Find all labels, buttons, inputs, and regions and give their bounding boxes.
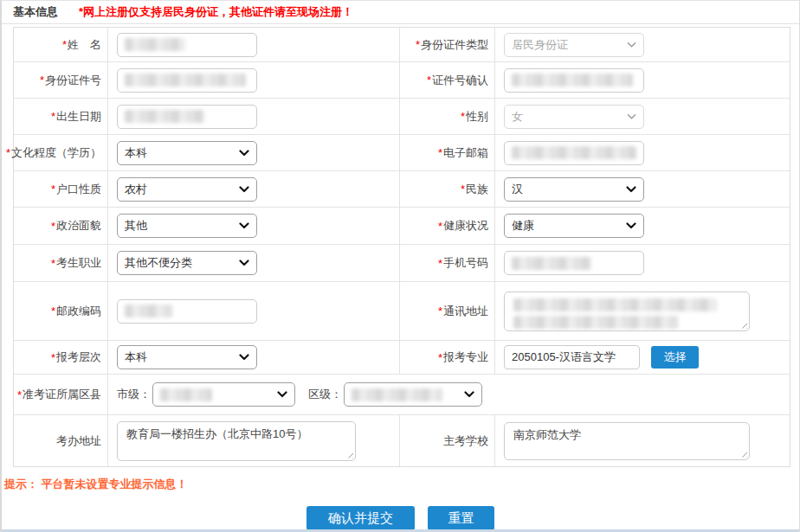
selected-value: 健康: [512, 218, 534, 234]
required-asterisk: *: [62, 38, 67, 51]
id-type-select[interactable]: 居民身份证: [504, 33, 644, 57]
postcode-input[interactable]: [117, 299, 257, 324]
field-label-health: *健康状况: [400, 208, 495, 244]
level-select[interactable]: 本科: [117, 345, 257, 369]
occupation-select[interactable]: 其他不便分类: [117, 251, 257, 275]
pick-major-button[interactable]: 选择: [651, 346, 699, 369]
label-text: 姓 名: [68, 37, 101, 53]
required-asterisk: *: [416, 38, 420, 51]
label-text: 报考层次: [56, 349, 101, 365]
field-cell: 南京师范大学: [495, 415, 790, 466]
form-row: *政治面貌 其他 *健康状况 健康: [14, 207, 790, 244]
address-textarea[interactable]: [504, 292, 750, 331]
confirm-submit-button[interactable]: 确认并提交: [306, 506, 415, 530]
label-text: 考办地址: [56, 433, 101, 449]
field-label-postcode: *邮政编码: [14, 282, 108, 340]
redacted-value: [512, 146, 636, 159]
major-input[interactable]: 2050105-汉语言文学: [504, 345, 640, 369]
form-row: *准考证所属区县 市级： 区级：: [14, 374, 790, 414]
field-label-ethnicity: *民族: [400, 171, 495, 207]
field-cell: [108, 99, 400, 134]
redacted-multiline-value: [513, 298, 740, 329]
field-label-district: *准考证所属区县: [14, 375, 108, 414]
chevron-down-icon: [239, 150, 249, 157]
label-text: 邮政编码: [56, 304, 101, 319]
chief-school-textarea[interactable]: 南京师范大学: [504, 422, 750, 460]
label-text: 身份证件号: [45, 73, 101, 88]
basic-info-form-table: *姓 名 *身份证件类型 居民身份证 *身份证件号 *证件号确认: [13, 27, 790, 467]
resize-grip-icon[interactable]: [739, 321, 747, 329]
field-cell: [495, 245, 790, 281]
field-label-occupation: *考生职业: [14, 245, 108, 281]
required-asterisk: *: [438, 257, 442, 270]
resize-grip-icon[interactable]: [345, 451, 353, 458]
reset-button[interactable]: 重置: [428, 506, 494, 530]
field-cell: 本科: [108, 341, 400, 374]
field-label-address: *通讯地址: [400, 282, 495, 340]
field-cell: 本科: [108, 135, 400, 170]
field-label-major: *报考专业: [400, 341, 495, 374]
chevron-down-icon: [626, 186, 636, 193]
field-cell: 其他: [108, 208, 400, 244]
gender-select[interactable]: 女: [504, 105, 644, 129]
field-label-education: *文化程度（学历）: [14, 135, 108, 170]
required-asterisk: *: [40, 74, 44, 87]
selected-value: 女: [512, 109, 523, 125]
email-input[interactable]: [504, 141, 644, 165]
selected-value: 居民身份证: [512, 37, 568, 53]
field-cell: 2050105-汉语言文学 选择: [495, 341, 790, 374]
form-row: *报考层次 本科 *报考专业 2050105-汉语言文学 选择: [14, 340, 790, 374]
household-select[interactable]: 农村: [117, 177, 257, 202]
field-label-exam-office: 考办地址: [14, 415, 108, 466]
name-input[interactable]: [117, 33, 257, 57]
area-select[interactable]: [344, 382, 482, 407]
political-select[interactable]: 其他: [117, 214, 257, 238]
id-card-notice: *网上注册仅支持居民身份证，其他证件请至现场注册！: [79, 4, 353, 20]
chevron-down-icon: [239, 186, 249, 193]
form-row: *出生日期 *性别 女: [14, 98, 790, 134]
id-number-input[interactable]: [117, 68, 257, 93]
birth-date-input[interactable]: [117, 105, 257, 129]
redacted-value: [512, 74, 633, 87]
chevron-down-icon: [626, 222, 636, 229]
required-asterisk: *: [51, 220, 55, 233]
selected-value: 本科: [125, 349, 147, 365]
form-row: 考办地址 教育局一楼招生办（北京中路10号） 主考学校 南京师范大学: [14, 414, 790, 466]
label-text: 身份证件类型: [421, 37, 488, 53]
label-text: 户口性质: [56, 182, 101, 197]
label-text: 健康状况: [443, 218, 488, 234]
field-cell: [495, 282, 790, 340]
field-label-id-type: *身份证件类型: [400, 28, 495, 61]
exam-office-textarea[interactable]: 教育局一楼招生办（北京中路10号）: [117, 421, 356, 461]
field-label-political: *政治面貌: [14, 208, 108, 244]
id-confirm-input[interactable]: [504, 68, 644, 93]
redacted-value: [125, 110, 204, 123]
required-asterisk: *: [17, 388, 22, 401]
label-text: 文化程度（学历）: [11, 145, 101, 161]
resize-grip-icon[interactable]: [739, 450, 747, 458]
chief-school-value: 南京师范大学: [513, 428, 581, 441]
ethnicity-select[interactable]: 汉: [504, 177, 644, 202]
redacted-value: [160, 388, 212, 401]
redacted-value: [513, 316, 678, 329]
registration-page: 基本信息 *网上注册仅支持居民身份证，其他证件请至现场注册！ *姓 名 *身份证…: [0, 0, 800, 532]
education-select[interactable]: 本科: [117, 141, 257, 165]
redacted-value: [125, 74, 246, 87]
city-select[interactable]: [152, 382, 295, 407]
field-cell: [108, 282, 400, 340]
label-text: 报考专业: [443, 349, 488, 365]
health-select[interactable]: 健康: [504, 214, 644, 238]
field-label-id-number: *身份证件号: [14, 62, 108, 98]
required-asterisk: *: [51, 257, 55, 270]
field-cell: [495, 62, 790, 98]
redacted-value: [125, 304, 172, 317]
field-label-gender: *性别: [400, 99, 495, 134]
required-asterisk: *: [438, 351, 442, 364]
form-row: *邮政编码 *通讯地址: [14, 281, 790, 340]
required-asterisk: *: [438, 220, 442, 233]
required-asterisk: *: [438, 146, 442, 159]
label-text: 民族: [466, 182, 488, 197]
major-value: 2050105-汉语言文学: [512, 349, 616, 365]
form-row: *考生职业 其他不便分类 *手机号码: [14, 244, 790, 281]
phone-input[interactable]: [504, 251, 644, 275]
